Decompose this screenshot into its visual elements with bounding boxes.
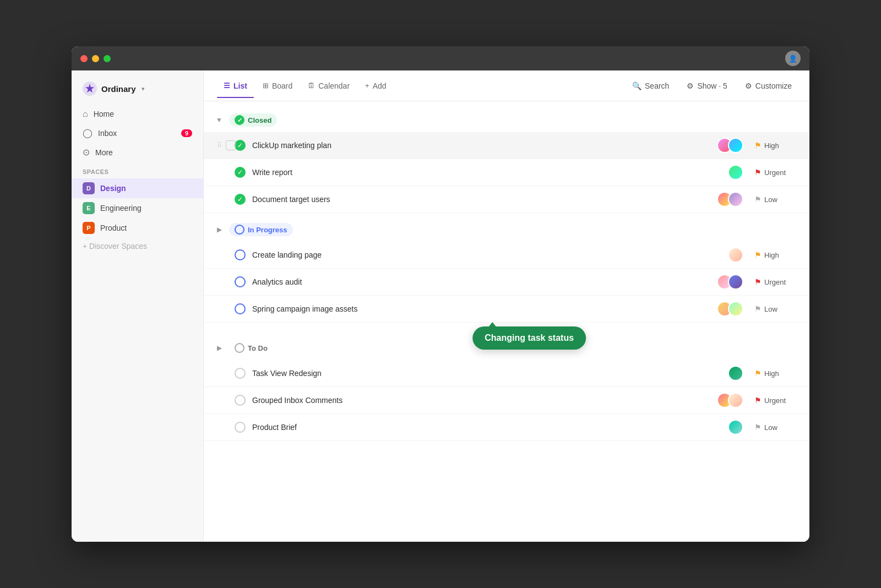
sidebar-item-inbox[interactable]: ◯ Inbox 9: [72, 123, 203, 143]
sidebar-item-product[interactable]: P Product: [72, 218, 203, 238]
task-assignees: [728, 366, 743, 381]
customize-icon: ⚙: [745, 81, 752, 90]
priority-flag-icon: ⚑: [754, 423, 762, 432]
app-body: Ordinary ▾ ⌂ Home ◯ Inbox 9 ⊙ More Space…: [72, 70, 809, 542]
table-row[interactable]: Grouped Inbox Comments ⚑ Urgent: [204, 387, 809, 414]
search-icon: 🔍: [632, 81, 641, 90]
task-name: Spring campaign image assets: [252, 304, 710, 313]
sidebar-item-home[interactable]: ⌂ Home: [72, 105, 203, 123]
tab-board[interactable]: ⊞ Board: [256, 78, 299, 94]
avatar: [728, 366, 743, 381]
priority-label: High: [764, 141, 779, 150]
priority-label: Low: [764, 423, 777, 432]
titlebar: 👤: [72, 46, 809, 70]
in-progress-group-badge: In Progress: [229, 223, 293, 236]
task-name: Document target users: [252, 195, 710, 204]
table-row[interactable]: ✓ Document target users ⚑ Low: [204, 186, 809, 213]
table-row[interactable]: Task View Redesign ⚑ High: [204, 360, 809, 387]
discover-spaces[interactable]: + Discover Spaces: [72, 238, 203, 254]
task-status-in-progress-icon: [235, 276, 246, 287]
task-list: ▼ ✓ Closed ⠿ ✓ ClickUp marketing plan: [204, 101, 809, 542]
task-assignees: [728, 165, 743, 180]
priority-badge: ⚑ Low: [754, 195, 798, 204]
tab-add[interactable]: + Add: [358, 78, 393, 94]
closed-group-label: Closed: [248, 116, 271, 124]
add-tab-icon: +: [365, 81, 369, 90]
task-assignees: [728, 420, 743, 435]
brand[interactable]: Ordinary ▾: [72, 79, 203, 105]
task-assignees: [728, 247, 743, 263]
avatar: [728, 393, 743, 408]
close-button[interactable]: [80, 55, 88, 62]
closed-status-icon: ✓: [235, 115, 244, 125]
sidebar-item-engineering[interactable]: E Engineering: [72, 198, 203, 218]
priority-badge: ⚑ High: [754, 369, 798, 378]
task-assignees: [717, 138, 743, 153]
board-tab-label: Board: [272, 81, 292, 90]
priority-label: Low: [764, 195, 777, 204]
sidebar-inbox-label: Inbox: [98, 129, 117, 138]
task-name: Product Brief: [252, 423, 721, 432]
closed-group-badge: ✓ Closed: [229, 113, 277, 127]
task-status-closed-icon: ✓: [235, 167, 246, 178]
task-status-in-progress-icon: [235, 249, 246, 260]
show-label: Show · 5: [697, 81, 727, 90]
task-checkbox[interactable]: [226, 140, 236, 150]
priority-flag-icon: ⚑: [754, 141, 762, 150]
todo-group-label: To Do: [248, 344, 268, 352]
calendar-tab-label: Calendar: [318, 81, 350, 90]
main-content: ☰ List ⊞ Board 🗓 Calendar + Add �: [204, 70, 809, 542]
maximize-button[interactable]: [104, 55, 111, 62]
task-assignees: [717, 192, 743, 207]
topbar: ☰ List ⊞ Board 🗓 Calendar + Add �: [204, 70, 809, 101]
avatar: [728, 420, 743, 435]
add-tab-label: Add: [373, 81, 387, 90]
product-avatar: P: [83, 222, 95, 234]
inbox-icon: ◯: [83, 128, 93, 138]
priority-flag-icon: ⚑: [754, 304, 762, 313]
priority-flag-icon: ⚑: [754, 369, 762, 378]
priority-flag-icon: ⚑: [754, 396, 762, 405]
sidebar-more-label: More: [95, 148, 113, 157]
sidebar-item-design[interactable]: D Design: [72, 178, 203, 198]
avatar: [728, 301, 743, 317]
sidebar: Ordinary ▾ ⌂ Home ◯ Inbox 9 ⊙ More Space…: [72, 70, 204, 542]
engineering-label: Engineering: [100, 204, 142, 213]
tooltip-arrow: [488, 322, 497, 328]
tooltip-text: Changing task status: [485, 333, 574, 342]
priority-badge: ⚑ Urgent: [754, 277, 798, 286]
task-name: Analytics audit: [252, 277, 710, 286]
priority-flag-icon: ⚑: [754, 195, 762, 204]
user-avatar[interactable]: 👤: [785, 51, 801, 66]
design-label: Design: [100, 184, 126, 193]
search-button[interactable]: 🔍 Search: [628, 79, 673, 93]
minimize-button[interactable]: [92, 55, 99, 62]
priority-label: High: [764, 369, 779, 378]
task-status-todo-icon: [235, 422, 246, 433]
table-row[interactable]: Product Brief ⚑ Low: [204, 414, 809, 441]
customize-button[interactable]: ⚙ Customize: [741, 79, 796, 93]
group-header-in-progress[interactable]: ▶ In Progress: [204, 217, 809, 242]
search-label: Search: [645, 81, 669, 90]
task-assignees: [717, 393, 743, 408]
in-progress-group-chevron-icon: ▶: [215, 226, 224, 233]
closed-group-chevron-icon: ▼: [215, 116, 224, 124]
brand-chevron-icon: ▾: [142, 85, 145, 92]
table-row[interactable]: ✓ Write report ⚑ Urgent: [204, 159, 809, 186]
priority-badge: ⚑ Urgent: [754, 396, 798, 405]
table-row[interactable]: Spring campaign image assets ⚑ Low Chang…: [204, 296, 809, 323]
in-progress-group-label: In Progress: [248, 226, 287, 234]
tab-list[interactable]: ☰ List: [217, 78, 254, 94]
discover-spaces-label: + Discover Spaces: [83, 242, 147, 251]
group-header-closed[interactable]: ▼ ✓ Closed: [204, 108, 809, 132]
table-row[interactable]: Analytics audit ⚑ Urgent: [204, 269, 809, 296]
sidebar-item-more[interactable]: ⊙ More: [72, 143, 203, 162]
board-tab-icon: ⊞: [263, 81, 269, 90]
tab-calendar[interactable]: 🗓 Calendar: [301, 78, 356, 94]
task-name: Create landing page: [252, 251, 721, 259]
priority-badge: ⚑ Urgent: [754, 168, 798, 177]
show-button[interactable]: ⚙ Show · 5: [682, 79, 731, 93]
table-row[interactable]: ⠿ ✓ ClickUp marketing plan ⚑ High: [204, 132, 809, 159]
table-row[interactable]: Create landing page ⚑ High: [204, 242, 809, 269]
avatar: [728, 138, 743, 153]
